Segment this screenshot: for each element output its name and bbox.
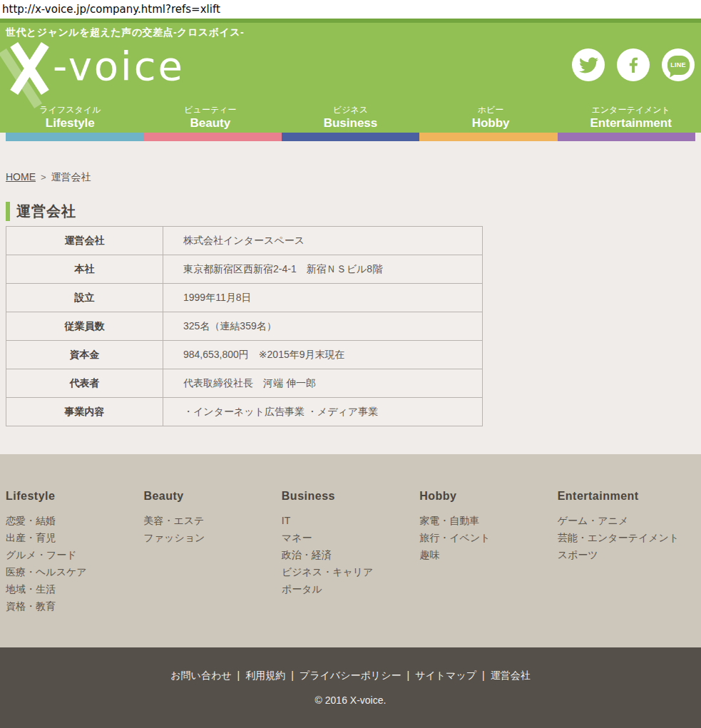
browser-url-bar[interactable]: http://x-voice.jp/company.html?refs=xlif… (0, 0, 701, 19)
nav-label-jp: ビューティー (140, 104, 281, 116)
facebook-icon (623, 55, 643, 75)
footer-link[interactable]: 資格・教育 (6, 598, 143, 615)
footer-heading: Business (282, 490, 419, 503)
table-row: 本社 東京都新宿区西新宿2-4-1 新宿ＮＳビル8階 (6, 255, 483, 284)
line-button[interactable]: LINE (662, 48, 695, 81)
title-accent-bar (6, 202, 10, 221)
footer-link[interactable]: 出産・育児 (6, 529, 143, 546)
page-url: http://x-voice.jp/company.html?refs=xlif… (2, 3, 220, 16)
row-value: 984,653,800円 ※2015年9月末現在 (163, 341, 483, 369)
page-title-block: 運営会社 (6, 202, 701, 221)
footer-heading: Lifestyle (6, 490, 143, 503)
legal-footer: お問い合わせ|利用規約|プライバシーポリシー|サイトマップ|運営会社 © 201… (0, 647, 701, 728)
company-link[interactable]: 運営会社 (491, 670, 531, 681)
row-value: 株式会社インタースペース (163, 227, 483, 255)
nav-label-jp: ホビー (421, 104, 561, 116)
footer-link[interactable]: グルメ・フード (6, 546, 143, 563)
footer-link[interactable]: 旅行・イベント (419, 529, 557, 546)
page-title: 運営会社 (16, 202, 76, 221)
row-label: 設立 (6, 284, 163, 312)
footer-link[interactable]: 趣味 (419, 546, 557, 563)
footer-link[interactable]: スポーツ (558, 546, 695, 563)
footer-link[interactable]: ファッション (143, 529, 281, 546)
nav-item-hobby[interactable]: ホビー Hobby (421, 104, 561, 130)
row-value: 東京都新宿区西新宿2-4-1 新宿ＮＳビル8階 (163, 255, 483, 284)
row-label: 従業員数 (6, 312, 163, 341)
nav-label-en: Hobby (421, 116, 561, 130)
site-header: 世代とジャンルを超えた声の交差点-クロスボイス- -voice LINE ラ (0, 19, 701, 133)
terms-link[interactable]: 利用規約 (245, 670, 285, 681)
site-tagline: 世代とジャンルを超えた声の交差点-クロスボイス- (6, 26, 244, 39)
stripe-hobby (419, 133, 557, 141)
link-separator: | (406, 670, 409, 681)
table-row: 設立 1999年11月8日 (6, 284, 483, 312)
table-row: 代表者 代表取締役社長 河端 伸一郎 (6, 369, 483, 398)
row-value: 1999年11月8日 (163, 284, 483, 312)
copyright: © 2016 X-voice. (0, 694, 701, 706)
nav-label-en: Business (280, 116, 421, 130)
footer-col-lifestyle: Lifestyle 恋愛・結婚 出産・育児 グルメ・フード 医療・ヘルスケア 地… (6, 490, 143, 615)
table-row: 運営会社 株式会社インタースペース (6, 227, 483, 255)
logo-x-mark (6, 41, 53, 96)
twitter-button[interactable] (572, 48, 605, 81)
social-links: LINE (572, 48, 695, 81)
link-separator: | (482, 670, 485, 681)
sitemap-link[interactable]: サイトマップ (415, 670, 476, 681)
footer-heading: Beauty (143, 490, 281, 503)
footer-link[interactable]: 恋愛・結婚 (6, 512, 143, 529)
footer-link[interactable]: 美容・エステ (143, 512, 281, 529)
row-label: 事業内容 (6, 398, 163, 426)
footer-heading: Entertainment (558, 490, 695, 503)
footer-link[interactable]: ポータル (282, 580, 419, 598)
table-row: 事業内容 ・インターネット広告事業 ・メディア事業 (6, 398, 483, 426)
row-label: 本社 (6, 255, 163, 284)
nav-label-en: Entertainment (561, 116, 701, 130)
footer-link[interactable]: IT (282, 512, 419, 529)
main-content: HOME>運営会社 運営会社 運営会社 株式会社インタースペース 本社 東京都新… (0, 133, 701, 454)
twitter-icon (579, 56, 598, 75)
line-icon: LINE (667, 56, 690, 75)
footer-link[interactable]: 芸能・エンターテイメント (558, 529, 695, 546)
header-top-strip (0, 19, 701, 23)
footer-col-entertainment: Entertainment ゲーム・アニメ 芸能・エンターテイメント スポーツ (558, 490, 695, 615)
link-separator: | (291, 670, 294, 681)
row-label: 資本金 (6, 341, 163, 369)
footer-link[interactable]: 地域・生活 (6, 580, 143, 598)
company-info-table: 運営会社 株式会社インタースペース 本社 東京都新宿区西新宿2-4-1 新宿ＮＳ… (6, 226, 483, 426)
logo-wordmark: -voice (53, 41, 185, 91)
table-row: 従業員数 325名（連結359名） (6, 312, 483, 341)
nav-item-beauty[interactable]: ビューティー Beauty (140, 104, 281, 130)
row-label: 運営会社 (6, 227, 163, 255)
footer-heading: Hobby (419, 490, 557, 503)
footer-link[interactable]: 政治・経済 (282, 546, 419, 563)
stripe-lifestyle (6, 133, 143, 141)
nav-label-en: Lifestyle (0, 116, 140, 130)
breadcrumb: HOME>運営会社 (6, 171, 701, 183)
site-logo[interactable]: -voice (6, 41, 185, 96)
nav-label-en: Beauty (140, 116, 281, 130)
breadcrumb-current: 運営会社 (51, 171, 91, 183)
nav-label-jp: エンターテイメント (561, 104, 701, 116)
row-label: 代表者 (6, 369, 163, 398)
privacy-link[interactable]: プライバシーポリシー (300, 670, 401, 681)
contact-link[interactable]: お問い合わせ (170, 670, 231, 681)
nav-label-jp: ビジネス (280, 104, 421, 116)
footer-link[interactable]: ビジネス・キャリア (282, 563, 419, 580)
stripe-beauty (143, 133, 281, 141)
footer-link[interactable]: マネー (282, 529, 419, 546)
nav-item-entertainment[interactable]: エンターテイメント Entertainment (561, 104, 701, 130)
footer-link[interactable]: 家電・自動車 (419, 512, 557, 529)
nav-item-business[interactable]: ビジネス Business (280, 104, 421, 130)
nav-item-lifestyle[interactable]: ライフスタイル Lifestyle (0, 104, 140, 130)
breadcrumb-home-link[interactable]: HOME (6, 171, 36, 183)
footer-col-business: Business IT マネー 政治・経済 ビジネス・キャリア ポータル (282, 490, 419, 615)
link-separator: | (237, 670, 240, 681)
stripe-business (282, 133, 419, 141)
row-value: 代表取締役社長 河端 伸一郎 (163, 369, 483, 398)
footer-link[interactable]: ゲーム・アニメ (558, 512, 695, 529)
facebook-button[interactable] (617, 48, 650, 81)
row-value: ・インターネット広告事業 ・メディア事業 (163, 398, 483, 426)
table-row: 資本金 984,653,800円 ※2015年9月末現在 (6, 341, 483, 369)
main-nav: ライフスタイル Lifestyle ビューティー Beauty ビジネス Bus… (0, 104, 701, 130)
footer-link[interactable]: 医療・ヘルスケア (6, 563, 143, 580)
